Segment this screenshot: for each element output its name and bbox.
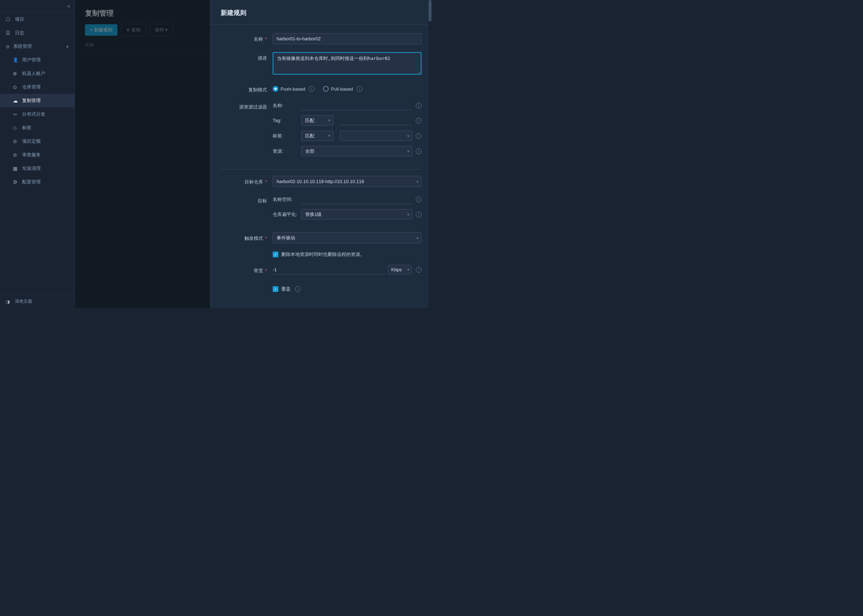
- description-field-row: 描述 当有镜像推送到本仓库时,则同时推送一份到harbor02: [220, 52, 421, 76]
- delete-resource-checkbox[interactable]: [273, 251, 278, 257]
- sidebar-item-label: 项目: [15, 16, 24, 22]
- filter-tag-info-icon[interactable]: i: [416, 118, 421, 124]
- sidebar-item-label: 标签: [22, 124, 31, 131]
- filter-label-row: 标签: 匹配 不匹配: [273, 130, 421, 141]
- description-input-container: 当有镜像推送到本仓库时,则同时推送一份到harbor02: [273, 52, 421, 76]
- sidebar-item-trash-cleanup[interactable]: ▦ 垃圾清理: [0, 162, 75, 175]
- bandwidth-input[interactable]: [273, 265, 385, 275]
- sidebar-item-label: 复制管理: [22, 97, 41, 104]
- name-field-row: 名称 *: [220, 33, 421, 44]
- trash-icon: ▦: [13, 166, 19, 171]
- bandwidth-input-group: Kbps Mbps i: [273, 265, 421, 275]
- name-input-container: [273, 33, 421, 44]
- sidebar-item-project-quota[interactable]: ⊘ 项目定额: [0, 135, 75, 148]
- delete-resource-row: 删除本地资源时同时也删除远程的资源。: [273, 251, 421, 258]
- logs-icon: ☰: [6, 30, 11, 36]
- bandwidth-unit-select[interactable]: Kbps Mbps: [388, 265, 412, 275]
- modal-overlay: 新建规则 名称 * 描述 当有镜像推送到本仓库时,则同时推送一: [75, 0, 432, 308]
- trigger-mode-control: 事件驱动 定时 手动: [273, 233, 421, 244]
- theme-icon: ◑: [6, 299, 11, 305]
- filter-label-info-icon[interactable]: i: [416, 133, 421, 139]
- projects-icon: ⬡: [6, 16, 11, 22]
- sidebar-item-audit-service[interactable]: ⊘ 审查服务: [0, 148, 75, 162]
- filter-resource-row: 资源: 全部 镜像 Helm Chart i: [273, 146, 421, 156]
- tag-match-select[interactable]: 匹配 不匹配: [301, 115, 333, 126]
- resource-select[interactable]: 全部 镜像 Helm Chart: [301, 146, 412, 156]
- divider: [220, 169, 421, 170]
- sidebar-item-user-management[interactable]: 👤 用户管理: [0, 53, 75, 67]
- push-based-radio[interactable]: [273, 86, 278, 92]
- sidebar-item-system-admin[interactable]: ⊙ 系统管理 ∨: [0, 39, 75, 53]
- filter-resource-info-icon[interactable]: i: [416, 148, 421, 154]
- pull-based-radio[interactable]: [323, 86, 329, 92]
- bandwidth-row: 带宽 * Kbps Mbps i: [220, 265, 421, 275]
- source-filter-row: 源资源过滤器 名称: i Tag:: [220, 101, 421, 161]
- sidebar-item-label: 分布式分发: [22, 111, 45, 118]
- delete-resource-label: 删除本地资源时同时也删除远程的资源。: [281, 251, 365, 258]
- sidebar-item-theme[interactable]: ◑ 深色主题: [0, 295, 75, 308]
- sidebar-item-tags[interactable]: ◇ 标签: [0, 121, 75, 135]
- filter-name-info-icon[interactable]: i: [416, 103, 421, 108]
- target-warehouse-control: harbor02-10.10.10.118-http://10.10.10.11…: [273, 176, 421, 187]
- flatten-select-wrapper: 替换1级 替换2级 不替换: [301, 209, 412, 220]
- modal-scroll-thumb[interactable]: [429, 0, 432, 21]
- description-textarea[interactable]: 当有镜像推送到本仓库时,则同时推送一份到harbor02: [273, 52, 421, 75]
- sidebar-item-robot-account[interactable]: ⊕ 机器人账户: [0, 67, 75, 80]
- user-icon: 👤: [13, 57, 19, 63]
- replication-mode-radio-group: Push-based i Pull-based i: [273, 84, 421, 92]
- sidebar-item-logs[interactable]: ☰ 日志: [0, 26, 75, 39]
- pull-based-info-icon[interactable]: i: [357, 86, 362, 92]
- namespace-row: 名称空间: i: [273, 195, 421, 204]
- filter-name-label: 名称:: [273, 102, 298, 109]
- sidebar-item-label: 垃圾清理: [22, 165, 41, 172]
- label-match-select[interactable]: 匹配 不匹配: [301, 130, 333, 141]
- tag-match-select-wrapper: 匹配 不匹配: [301, 115, 333, 126]
- sidebar-item-projects[interactable]: ⬡ 项目: [0, 13, 75, 26]
- replication-mode-row: 复制模式 Push-based i Pull-based i: [220, 84, 421, 93]
- sidebar-item-config-management[interactable]: ⚙ 配置管理: [0, 175, 75, 189]
- trigger-select[interactable]: 事件驱动 定时 手动: [273, 233, 421, 244]
- flatten-label: 仓库扁平化:: [273, 211, 298, 218]
- modal-title: 新建规则: [211, 0, 432, 25]
- namespace-info-icon[interactable]: i: [416, 196, 421, 202]
- push-based-info-icon[interactable]: i: [309, 86, 314, 92]
- target-warehouse-row: 目标仓库 * harbor02-10.10.10.118-http://10.1…: [220, 176, 421, 187]
- flatten-row: 仓库扁平化: 替换1级 替换2级 不替换 i: [273, 209, 421, 220]
- source-filter-control: 名称: i Tag: 匹配 不匹配: [273, 101, 421, 161]
- override-info-icon[interactable]: i: [295, 286, 300, 292]
- target-warehouse-select[interactable]: harbor02-10.10.10.118-http://10.10.10.11…: [273, 176, 421, 187]
- sidebar-item-label: 配置管理: [22, 179, 41, 185]
- filter-tag-input[interactable]: [340, 116, 412, 125]
- flatten-info-icon[interactable]: i: [416, 212, 421, 217]
- replication-icon: ☁: [13, 98, 19, 104]
- sidebar-item-warehouse-management[interactable]: ⊙ 仓库管理: [0, 80, 75, 94]
- sidebar-item-label: 用户管理: [22, 57, 41, 63]
- pull-based-option[interactable]: Pull-based i: [323, 86, 362, 92]
- sidebar-footer: ◑ 深色主题: [0, 294, 75, 308]
- modal-scrollbar[interactable]: [429, 0, 432, 308]
- sidebar-item-replication-management[interactable]: ☁ 复制管理: [0, 94, 75, 107]
- bandwidth-label: 带宽 *: [220, 265, 267, 274]
- sidebar-item-label: 深色主题: [15, 299, 32, 305]
- label-value-select[interactable]: [340, 130, 412, 141]
- replication-mode-label: 复制模式: [220, 84, 267, 93]
- trigger-select-wrapper: 事件驱动 定时 手动: [273, 233, 421, 244]
- new-rule-modal: 新建规则 名称 * 描述 当有镜像推送到本仓库时,则同时推送一: [210, 0, 432, 308]
- name-input[interactable]: [273, 33, 421, 44]
- filter-name-input[interactable]: [301, 101, 412, 110]
- flatten-select[interactable]: 替换1级 替换2级 不替换: [301, 209, 412, 220]
- bandwidth-info-icon[interactable]: i: [416, 267, 421, 273]
- trigger-mode-row: 触发模式 * 事件驱动 定时 手动: [220, 233, 421, 244]
- namespace-input[interactable]: [301, 195, 412, 204]
- filter-tag-label: Tag:: [273, 118, 298, 123]
- bandwidth-unit-wrapper: Kbps Mbps: [388, 265, 412, 275]
- push-based-label: Push-based: [281, 86, 305, 92]
- sidebar-collapse-button[interactable]: «: [0, 0, 75, 13]
- target-label: 目标: [220, 195, 267, 204]
- sidebar-item-label: 项目定额: [22, 138, 41, 145]
- sidebar-item-distributed[interactable]: ∾ 分布式分发: [0, 107, 75, 121]
- override-checkbox[interactable]: [273, 286, 278, 292]
- push-based-option[interactable]: Push-based i: [273, 86, 314, 92]
- config-icon: ⚙: [13, 179, 19, 185]
- quota-icon: ⊘: [13, 138, 19, 144]
